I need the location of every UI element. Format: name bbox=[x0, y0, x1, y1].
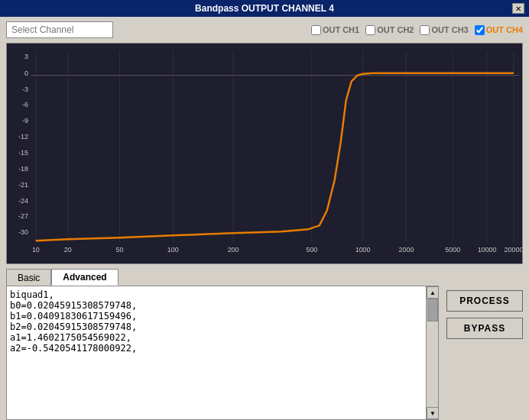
ch2-checkbox[interactable] bbox=[365, 25, 375, 35]
channel-checkboxes: OUT CH1 OUT CH2 OUT CH3 OUT CH4 bbox=[311, 25, 523, 35]
tabs-area: Basic Advanced biquad1, b0=0.02045915308… bbox=[6, 269, 439, 420]
process-button[interactable]: PROCESS bbox=[446, 290, 523, 312]
close-button[interactable]: ✕ bbox=[512, 3, 524, 14]
scroll-down-btn[interactable]: ▼ bbox=[427, 407, 439, 419]
svg-text:20000: 20000 bbox=[505, 246, 522, 254]
tab-content: biquad1, b0=0.02045915308579748, b1=0.04… bbox=[6, 286, 439, 420]
chart-area: 3 0 -3 -6 -9 -12 -15 -18 -21 -24 -27 -30 bbox=[6, 43, 523, 264]
svg-text:-24: -24 bbox=[18, 197, 28, 205]
svg-text:20: 20 bbox=[64, 246, 72, 254]
svg-text:-27: -27 bbox=[18, 212, 28, 220]
svg-text:-18: -18 bbox=[18, 165, 28, 173]
scroll-track[interactable] bbox=[427, 299, 438, 407]
svg-text:3: 3 bbox=[24, 53, 28, 60]
ch3-label[interactable]: OUT CH3 bbox=[420, 25, 468, 35]
toolbar: OUT CH1 OUT CH2 OUT CH3 OUT CH4 bbox=[0, 17, 529, 43]
svg-text:200: 200 bbox=[228, 246, 239, 254]
title-bar: Bandpass OUTPUT CHANNEL 4 ✕ bbox=[0, 0, 529, 17]
svg-text:-9: -9 bbox=[22, 117, 28, 124]
svg-rect-0 bbox=[7, 44, 522, 263]
svg-text:10: 10 bbox=[32, 246, 40, 254]
svg-text:-21: -21 bbox=[18, 181, 28, 189]
ch2-label[interactable]: OUT CH2 bbox=[365, 25, 414, 35]
svg-text:-12: -12 bbox=[18, 133, 28, 141]
scroll-thumb[interactable] bbox=[427, 299, 438, 321]
ch4-text: OUT CH4 bbox=[486, 25, 523, 34]
tab-row: Basic Advanced bbox=[6, 269, 439, 286]
scrollbar[interactable]: ▲ ▼ bbox=[426, 286, 438, 419]
svg-text:-15: -15 bbox=[18, 149, 28, 157]
window-title: Bandpass OUTPUT CHANNEL 4 bbox=[17, 3, 512, 14]
ch3-text: OUT CH3 bbox=[431, 25, 468, 34]
filter-text-area[interactable]: biquad1, b0=0.02045915308579748, b1=0.04… bbox=[7, 286, 426, 419]
svg-text:5000: 5000 bbox=[445, 246, 460, 254]
svg-text:10000: 10000 bbox=[478, 246, 497, 254]
ch2-text: OUT CH2 bbox=[377, 25, 414, 34]
bottom-panel: Basic Advanced biquad1, b0=0.02045915308… bbox=[0, 264, 529, 420]
svg-text:500: 500 bbox=[306, 246, 317, 254]
tab-advanced[interactable]: Advanced bbox=[51, 269, 118, 286]
scroll-up-btn[interactable]: ▲ bbox=[427, 286, 439, 299]
svg-text:100: 100 bbox=[167, 246, 179, 254]
bypass-button[interactable]: BYPASS bbox=[446, 318, 523, 339]
tab-basic[interactable]: Basic bbox=[6, 269, 51, 286]
svg-text:50: 50 bbox=[116, 246, 124, 254]
ch4-label[interactable]: OUT CH4 bbox=[475, 25, 523, 35]
ch3-checkbox[interactable] bbox=[420, 25, 430, 35]
svg-text:2000: 2000 bbox=[398, 246, 414, 254]
select-channel-input[interactable] bbox=[6, 21, 113, 38]
ch1-text: OUT CH1 bbox=[323, 25, 359, 34]
right-buttons: PROCESS BYPASS bbox=[446, 269, 523, 420]
ch4-checkbox[interactable] bbox=[475, 25, 485, 35]
ch1-checkbox[interactable] bbox=[311, 25, 321, 35]
svg-text:-3: -3 bbox=[22, 86, 28, 93]
svg-text:0: 0 bbox=[24, 69, 28, 77]
svg-text:-30: -30 bbox=[18, 228, 28, 236]
ch1-label[interactable]: OUT CH1 bbox=[311, 25, 359, 35]
svg-text:1000: 1000 bbox=[355, 246, 371, 254]
svg-text:-6: -6 bbox=[22, 101, 28, 108]
